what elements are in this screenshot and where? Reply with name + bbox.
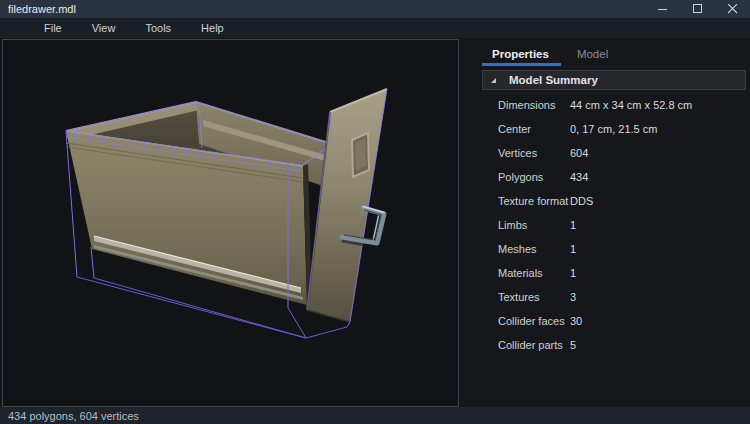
property-row-collider-faces: Collider faces 30 [482, 310, 746, 334]
property-name: Polygons [498, 171, 543, 183]
menu-tools[interactable]: Tools [139, 20, 177, 36]
property-row-vertices: Vertices 604 [482, 142, 746, 166]
property-row-collider-parts: Collider parts 5 [482, 334, 746, 358]
property-row-polygons: Polygons 434 [482, 166, 746, 190]
menu-bar: File View Tools Help [0, 18, 750, 38]
minimize-icon [658, 4, 668, 14]
property-row-texture-format: Texture format DDS [482, 190, 746, 214]
app-window: filedrawer.mdl File View Tools Help [0, 0, 750, 424]
property-name: Materials [498, 267, 543, 279]
property-name: Vertices [498, 147, 537, 159]
model-summary-title: Model Summary [509, 74, 598, 86]
property-value: 1 [570, 267, 576, 279]
property-value: 3 [570, 291, 576, 303]
status-bar: 434 polygons, 604 vertices [0, 407, 750, 424]
close-button[interactable] [715, 0, 750, 18]
menu-file[interactable]: File [38, 20, 68, 36]
property-value: 30 [570, 315, 582, 327]
property-name: Collider parts [498, 339, 563, 351]
property-value: 1 [570, 243, 576, 255]
title-bar[interactable]: filedrawer.mdl [0, 0, 750, 18]
property-value: 604 [570, 147, 588, 159]
property-value: 44 cm x 34 cm x 52.8 cm [570, 99, 692, 111]
property-name: Dimensions [498, 99, 555, 111]
property-value: 1 [570, 219, 576, 231]
property-value: 0, 17 cm, 21.5 cm [570, 123, 657, 135]
window-controls [645, 0, 750, 18]
property-name: Limbs [498, 219, 527, 231]
minimize-button[interactable] [645, 0, 680, 18]
property-row-textures: Textures 3 [482, 286, 746, 310]
property-row-center: Center 0, 17 cm, 21.5 cm [482, 118, 746, 142]
model-summary-header[interactable]: Model Summary [482, 70, 746, 90]
window-title: filedrawer.mdl [8, 3, 76, 15]
property-name: Meshes [498, 243, 537, 255]
property-value: 434 [570, 171, 588, 183]
menu-view[interactable]: View [86, 20, 122, 36]
property-row-limbs: Limbs 1 [482, 214, 746, 238]
property-name: Textures [498, 291, 540, 303]
status-text: 434 polygons, 604 vertices [8, 410, 139, 422]
properties-panel: Properties Model Model Summary Dimension… [462, 38, 750, 407]
property-value: DDS [570, 195, 593, 207]
property-name: Collider faces [498, 315, 565, 327]
property-row-meshes: Meshes 1 [482, 238, 746, 262]
panel-tabs: Properties Model [462, 38, 750, 64]
model-3d-viewport[interactable] [2, 39, 459, 407]
menu-help[interactable]: Help [195, 20, 230, 36]
collapse-arrow-icon[interactable] [490, 77, 497, 84]
maximize-button[interactable] [680, 0, 715, 18]
property-row-materials: Materials 1 [482, 262, 746, 286]
model-summary-rows: Dimensions 44 cm x 34 cm x 52.8 cm Cente… [482, 94, 746, 358]
property-row-dimensions: Dimensions 44 cm x 34 cm x 52.8 cm [482, 94, 746, 118]
close-icon [728, 4, 738, 14]
property-name: Texture format [498, 195, 568, 207]
property-value: 5 [570, 339, 576, 351]
tab-model[interactable]: Model [575, 44, 610, 64]
tab-properties[interactable]: Properties [490, 44, 551, 64]
property-name: Center [498, 123, 531, 135]
filedrawer-model-render [3, 40, 458, 406]
maximize-icon [693, 4, 703, 14]
